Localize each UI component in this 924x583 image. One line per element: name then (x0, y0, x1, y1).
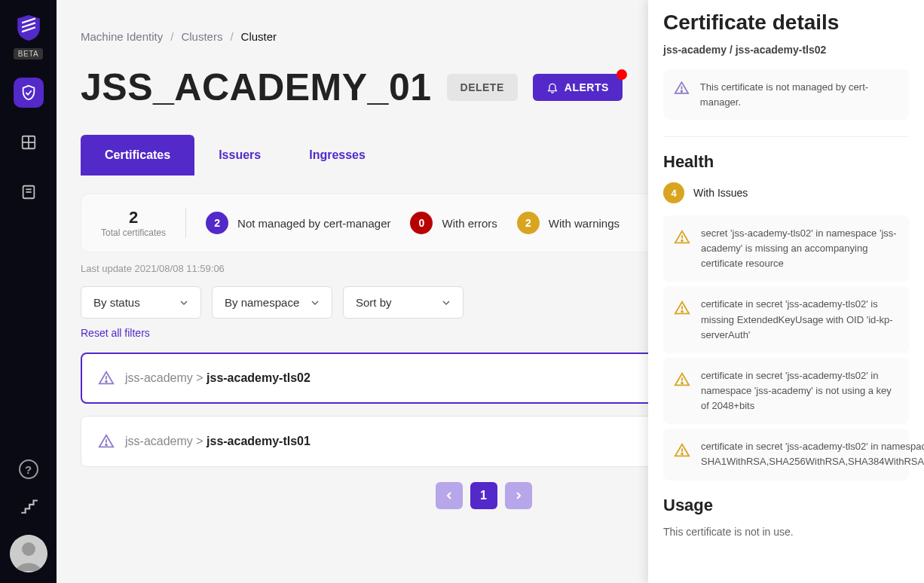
tab-issuers[interactable]: Issuers (194, 135, 285, 176)
svg-point-9 (106, 381, 107, 383)
pager-prev[interactable] (436, 482, 463, 509)
svg-point-15 (681, 240, 683, 242)
nav-docs[interactable] (14, 177, 44, 207)
chevron-right-icon (514, 491, 523, 500)
details-title: Certificate details (663, 11, 909, 35)
reset-filters[interactable]: Reset all filters (81, 327, 150, 339)
beta-badge: BETA (14, 48, 43, 60)
stat-errors: 0 With errors (410, 212, 497, 234)
user-avatar[interactable] (10, 535, 47, 572)
svg-point-21 (681, 453, 683, 455)
usage-title: Usage (663, 496, 909, 515)
nav-security[interactable] (14, 78, 44, 108)
crumb-cluster: Cluster (241, 30, 277, 43)
svg-point-17 (681, 311, 683, 313)
svg-point-13 (681, 90, 683, 92)
stat-total: 2 Total certificates (101, 208, 186, 238)
stat-not-managed: 2 Not managed by cert-manager (206, 212, 390, 234)
svg-point-19 (681, 383, 683, 384)
warning-icon (674, 371, 690, 388)
chevron-down-icon (442, 298, 451, 307)
bell-icon (546, 81, 558, 93)
svg-point-11 (106, 444, 107, 446)
left-nav: BETA ? (0, 0, 57, 583)
crumb-machine-identity[interactable]: Machine Identity (81, 30, 163, 43)
stairs-icon[interactable] (19, 496, 38, 518)
page-title: JSS_ACADEMY_01 (81, 66, 432, 109)
chevron-down-icon (311, 298, 320, 307)
tab-certificates[interactable]: Certificates (81, 135, 194, 176)
chevron-down-icon (179, 298, 188, 307)
warning-icon (674, 300, 690, 316)
warning-icon (674, 229, 690, 246)
health-summary: 4 With Issues (663, 182, 909, 203)
warning-icon (674, 442, 690, 459)
warning-icon (98, 433, 115, 450)
alerts-button[interactable]: ALERTS (533, 74, 623, 101)
warning-icon (98, 370, 115, 386)
chevron-left-icon (445, 491, 454, 500)
crumb-clusters[interactable]: Clusters (181, 30, 222, 43)
health-issue: certificate in secret 'jss-academy-tls02… (663, 286, 909, 353)
alert-indicator (617, 69, 627, 80)
usage-text: This certificate is not in use. (663, 526, 909, 538)
svg-point-7 (22, 542, 35, 556)
certificate-details-panel: Certificate details jss-academy / jss-ac… (648, 0, 924, 583)
pager-next[interactable] (505, 482, 532, 509)
health-issue: certificate in secret 'jss-academy-tls02… (663, 358, 909, 424)
logo[interactable] (16, 15, 41, 48)
health-title: Health (663, 152, 909, 172)
nav-dashboard[interactable] (14, 127, 44, 157)
health-issue: certificate in secret 'jss-academy-tls02… (663, 429, 909, 480)
tab-ingresses[interactable]: Ingresses (285, 135, 390, 176)
filter-namespace[interactable]: By namespace (212, 286, 332, 319)
stat-warnings: 2 With warnings (517, 212, 620, 234)
help-icon[interactable]: ? (19, 459, 38, 479)
delete-button[interactable]: DELETE (447, 74, 518, 101)
pager-page-1[interactable]: 1 (470, 482, 497, 509)
filter-sort[interactable]: Sort by (343, 286, 464, 319)
details-subtitle: jss-academy / jss-academy-tls02 (663, 44, 909, 56)
not-managed-info: This certificate is not managed by cert-… (663, 69, 909, 120)
health-issue: secret 'jss-academy-tls02' in namespace … (663, 215, 909, 282)
filter-status[interactable]: By status (81, 286, 201, 319)
warning-icon (674, 80, 690, 96)
